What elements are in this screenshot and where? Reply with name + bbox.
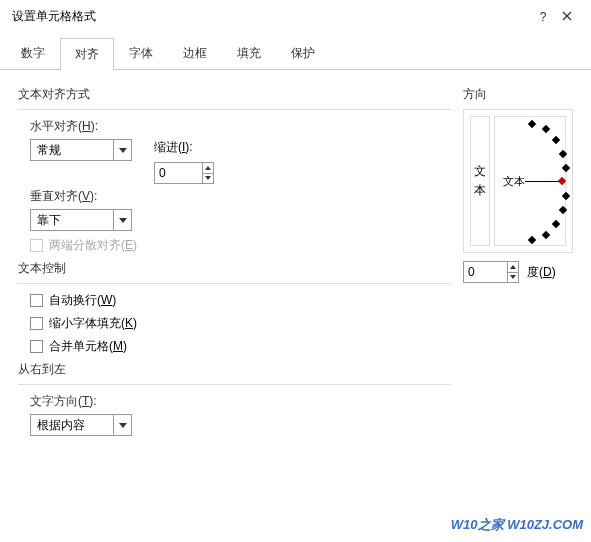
close-icon — [562, 11, 572, 21]
spin-up-icon[interactable] — [203, 163, 213, 174]
chevron-down-icon — [113, 140, 131, 160]
horizontal-align-label: 水平对齐(H): — [30, 118, 100, 135]
dialog-title: 设置单元格格式 — [12, 8, 531, 25]
help-button[interactable]: ? — [531, 10, 555, 24]
wrap-text-checkbox[interactable]: 自动换行(W) — [30, 292, 451, 309]
merge-cells-checkbox[interactable]: 合并单元格(M) — [30, 338, 451, 355]
tab-protection[interactable]: 保护 — [276, 37, 330, 69]
justify-distributed-checkbox: 两端分散对齐(E) — [30, 237, 451, 254]
degrees-input[interactable] — [464, 262, 507, 282]
spin-up-icon[interactable] — [508, 262, 518, 273]
spin-down-icon[interactable] — [508, 273, 518, 283]
vertical-text-button[interactable]: 文 本 — [470, 116, 490, 246]
close-button[interactable] — [555, 10, 579, 24]
horizontal-align-select[interactable]: 常规 — [30, 139, 132, 161]
indent-input[interactable] — [155, 163, 202, 183]
tab-font[interactable]: 字体 — [114, 37, 168, 69]
vertical-align-select[interactable]: 靠下 — [30, 209, 132, 231]
tab-border[interactable]: 边框 — [168, 37, 222, 69]
divider — [18, 283, 451, 284]
text-direction-label: 文字方向(T): — [30, 393, 100, 410]
watermark: W10之家 W10ZJ.COM — [451, 516, 583, 534]
indent-label: 缩进(I): — [154, 139, 214, 156]
text-direction-select[interactable]: 根据内容 — [30, 414, 132, 436]
section-text-align: 文本对齐方式 — [18, 86, 451, 103]
tab-number[interactable]: 数字 — [6, 37, 60, 69]
tab-alignment[interactable]: 对齐 — [60, 38, 114, 70]
degrees-spinner[interactable] — [463, 261, 519, 283]
chevron-down-icon — [113, 415, 131, 435]
orientation-dial[interactable]: 文本 — [494, 116, 566, 246]
tab-fill[interactable]: 填充 — [222, 37, 276, 69]
section-rtl: 从右到左 — [18, 361, 451, 378]
divider — [18, 109, 451, 110]
chevron-down-icon — [113, 210, 131, 230]
orientation-panel: 文 本 文本 — [463, 109, 573, 253]
shrink-to-fit-checkbox[interactable]: 缩小字体填充(K) — [30, 315, 451, 332]
section-text-control: 文本控制 — [18, 260, 451, 277]
divider — [18, 384, 451, 385]
degrees-label: 度(D) — [523, 264, 573, 281]
indent-spinner[interactable] — [154, 162, 214, 184]
vertical-align-label: 垂直对齐(V): — [30, 188, 100, 205]
section-orientation: 方向 — [463, 86, 573, 103]
tab-bar: 数字 对齐 字体 边框 填充 保护 — [0, 37, 591, 70]
spin-down-icon[interactable] — [203, 174, 213, 184]
